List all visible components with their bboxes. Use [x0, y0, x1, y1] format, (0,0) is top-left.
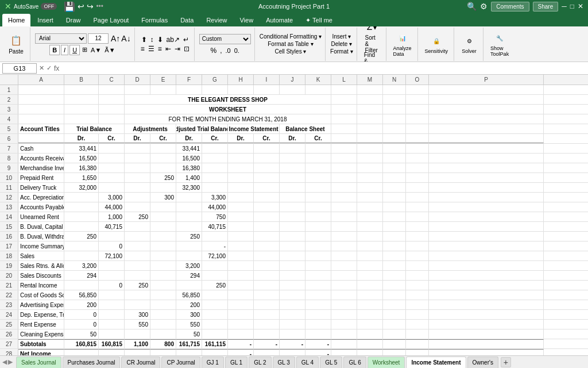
cell-B7[interactable]: 33,441: [64, 144, 99, 153]
cell-D2[interactable]: THE ELEGANT DRESS SHOP: [125, 95, 331, 104]
col-header-N[interactable]: N: [383, 75, 406, 85]
cell-D16[interactable]: [125, 232, 150, 241]
align-bottom-icon[interactable]: ⬇: [156, 36, 164, 44]
cell-H20[interactable]: [228, 271, 254, 280]
cell-H11[interactable]: [228, 183, 254, 192]
font-size-input[interactable]: [88, 33, 109, 44]
tab-purchases-journal[interactable]: Purchases Journal: [63, 356, 121, 368]
cell-D28[interactable]: [125, 349, 150, 355]
cell-O3[interactable]: [406, 105, 429, 114]
cell-F24[interactable]: 300: [176, 310, 202, 319]
cell-N11[interactable]: [383, 183, 406, 192]
cell-I28[interactable]: [254, 349, 280, 355]
cell-E18[interactable]: [150, 251, 176, 260]
cell-B28[interactable]: [64, 349, 99, 355]
tab-formulas[interactable]: Formulas: [136, 14, 173, 26]
font-shrink-icon[interactable]: A↓: [121, 34, 130, 43]
cell-H10[interactable]: [228, 173, 254, 182]
cell-L14[interactable]: [331, 212, 357, 221]
cell-M28[interactable]: [357, 349, 383, 355]
cell-O8[interactable]: [406, 154, 429, 163]
cell-J16[interactable]: [280, 232, 305, 241]
cell-L25[interactable]: [331, 320, 357, 329]
align-middle-icon[interactable]: ↕: [149, 36, 155, 44]
cell-B1[interactable]: [64, 85, 99, 94]
cell-H8[interactable]: [228, 154, 254, 163]
cell-C28[interactable]: [99, 349, 125, 355]
cell-B10[interactable]: 1,650: [64, 173, 99, 182]
tab-home[interactable]: Home: [2, 14, 30, 26]
cell-N16[interactable]: [383, 232, 406, 241]
col-header-A[interactable]: A: [18, 75, 64, 85]
cell-D6[interactable]: Dr.: [125, 134, 150, 143]
cell-O18[interactable]: [406, 251, 429, 260]
cell-C16[interactable]: [99, 232, 125, 241]
tab-cp-journal[interactable]: CP Journal: [161, 356, 200, 368]
tab-gj1[interactable]: GJ 1: [202, 356, 224, 368]
cell-H21[interactable]: [228, 281, 254, 290]
cell-B15[interactable]: [64, 222, 99, 231]
cell-I14[interactable]: [254, 212, 280, 221]
cell-C3[interactable]: [99, 105, 125, 114]
cell-L2[interactable]: [331, 95, 357, 104]
cell-B5[interactable]: Trial Balance: [64, 124, 125, 133]
cell-D13[interactable]: [125, 202, 150, 212]
cell-F15[interactable]: [176, 222, 202, 231]
cancel-formula-icon[interactable]: ✕: [39, 64, 44, 72]
minimize-icon[interactable]: ⚙: [480, 2, 488, 11]
cell-L13[interactable]: [331, 202, 357, 212]
cell-M8[interactable]: [357, 154, 383, 163]
cell-L24[interactable]: [331, 310, 357, 319]
cell-A13[interactable]: Accounts Payable: [18, 202, 64, 212]
merge-cells-button[interactable]: ⊡: [183, 45, 191, 53]
cell-K13[interactable]: [305, 202, 331, 212]
cell-M23[interactable]: [357, 300, 383, 309]
cell-J19[interactable]: [280, 261, 305, 270]
cell-A18[interactable]: Sales: [18, 251, 64, 260]
cell-M7[interactable]: [357, 144, 383, 153]
cell-K19[interactable]: [305, 261, 331, 270]
cell-C19[interactable]: [99, 261, 125, 270]
col-header-P[interactable]: P: [429, 75, 544, 85]
cell-G23[interactable]: [202, 300, 228, 309]
cell-B19[interactable]: 3,200: [64, 261, 99, 270]
cell-A8[interactable]: Accounts Receivable: [18, 154, 64, 163]
cell-C11[interactable]: [99, 183, 125, 192]
tab-sales-journal[interactable]: Sales Journal: [16, 356, 61, 368]
cell-E8[interactable]: [150, 154, 176, 163]
cell-D10[interactable]: [125, 173, 150, 182]
cell-H16[interactable]: [228, 232, 254, 241]
col-header-L[interactable]: L: [331, 75, 357, 85]
cell-K10[interactable]: [305, 173, 331, 182]
cell-L15[interactable]: [331, 222, 357, 231]
cell-I9[interactable]: [254, 163, 280, 172]
cell-J28[interactable]: [280, 349, 305, 355]
cell-H22[interactable]: [228, 290, 254, 300]
increase-decimal-icon[interactable]: .0: [225, 47, 232, 54]
format-cells-button[interactable]: Format ▾: [330, 48, 353, 55]
undo-icon[interactable]: ↩: [78, 2, 84, 11]
col-header-K[interactable]: K: [305, 75, 331, 85]
tab-insert[interactable]: Insert: [32, 14, 59, 26]
underline-button[interactable]: U: [69, 45, 80, 55]
cell-E22[interactable]: [150, 290, 176, 300]
tab-automate[interactable]: Automate: [260, 14, 299, 26]
cell-G24[interactable]: [202, 310, 228, 319]
cell-L9[interactable]: [331, 163, 357, 172]
cell-P7[interactable]: [429, 144, 544, 153]
cell-O19[interactable]: [406, 261, 429, 270]
cell-G13[interactable]: 44,000: [202, 202, 228, 212]
cell-A10[interactable]: Prepaid Rent: [18, 173, 64, 182]
cell-P10[interactable]: [429, 173, 544, 182]
cell-K25[interactable]: [305, 320, 331, 329]
cell-L20[interactable]: [331, 271, 357, 280]
cell-B27[interactable]: 160,815: [64, 339, 99, 348]
percent-icon[interactable]: %: [210, 47, 218, 55]
solver-button[interactable]: ⚙ Solver: [459, 33, 479, 55]
cell-J27[interactable]: -: [280, 339, 305, 348]
cell-J13[interactable]: [280, 202, 305, 212]
sort-filter-button[interactable]: Sort &Filter: [362, 36, 382, 52]
cell-O1[interactable]: [406, 85, 429, 94]
cell-J12[interactable]: [280, 193, 305, 202]
cell-H17[interactable]: [228, 241, 254, 251]
